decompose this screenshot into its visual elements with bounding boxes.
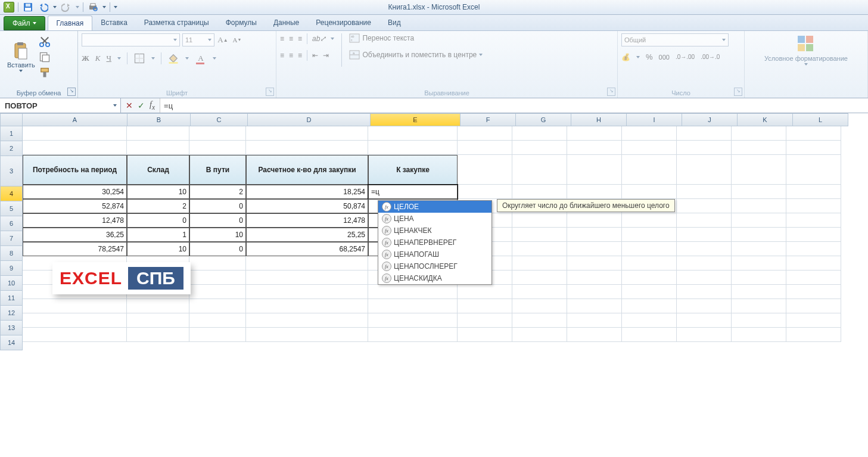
- table-header-3[interactable]: Расчетное к-во для закупки: [246, 155, 368, 185]
- cell-D13[interactable]: [246, 313, 368, 328]
- cell-I10[interactable]: [622, 271, 677, 285]
- redo-dropdown-icon[interactable]: [76, 6, 79, 8]
- align-middle-icon[interactable]: ≡: [289, 35, 293, 43]
- table-cell-r8-c1[interactable]: 10: [127, 242, 189, 256]
- autocomplete-item-0[interactable]: fxЦЕЛОЕ: [378, 201, 491, 213]
- copy-button[interactable]: [39, 51, 51, 63]
- cell-E13[interactable]: [368, 313, 458, 328]
- cell-L14[interactable]: [786, 328, 841, 342]
- cell-A2[interactable]: [23, 141, 127, 155]
- align-center-icon[interactable]: ≡: [289, 51, 293, 60]
- cell-B2[interactable]: [127, 141, 189, 155]
- cell-K5[interactable]: [732, 199, 786, 213]
- cell-C2[interactable]: [189, 141, 246, 155]
- cell-J1[interactable]: [677, 126, 732, 141]
- ribbon-tab-1[interactable]: Вставка: [92, 15, 136, 30]
- cell-I11[interactable]: [622, 285, 677, 299]
- cell-L13[interactable]: [786, 313, 841, 328]
- cell-J11[interactable]: [677, 285, 732, 299]
- table-cell-r4-c1[interactable]: 10: [127, 185, 189, 199]
- print-dropdown-icon[interactable]: [102, 6, 106, 8]
- cell-L7[interactable]: [786, 228, 841, 242]
- font-dialog-launcher[interactable]: ↘: [266, 88, 274, 96]
- table-cell-r5-c0[interactable]: 52,874: [23, 199, 127, 213]
- cell-I9[interactable]: [622, 256, 677, 271]
- grow-font-button[interactable]: A▲: [217, 34, 229, 46]
- cell-B14[interactable]: [127, 328, 189, 342]
- orientation-button[interactable]: ab⤢: [312, 35, 326, 43]
- cell-A12[interactable]: [23, 299, 127, 313]
- cell-J2[interactable]: [677, 141, 732, 155]
- row-header-5[interactable]: 5: [0, 201, 23, 216]
- increase-decimal-button[interactable]: .0→.00: [676, 54, 695, 60]
- cancel-edit-button[interactable]: ✕: [126, 101, 133, 110]
- cell-H9[interactable]: [567, 256, 622, 271]
- table-cell-r7-c1[interactable]: 1: [127, 228, 189, 242]
- print-preview-button[interactable]: [87, 1, 99, 13]
- name-box-dropdown-icon[interactable]: [113, 104, 117, 107]
- cell-H11[interactable]: [567, 285, 622, 299]
- cell-H4[interactable]: [567, 185, 622, 199]
- col-header-D[interactable]: D: [248, 113, 371, 126]
- merge-center-button[interactable]: a Объединить и поместить в центре: [349, 50, 483, 60]
- borders-button[interactable]: [133, 52, 145, 64]
- cell-H6[interactable]: [567, 213, 622, 228]
- number-format-combo[interactable]: Общий: [621, 33, 729, 46]
- table-cell-r4-c2[interactable]: 2: [189, 185, 246, 199]
- table-header-4[interactable]: К закупке: [368, 155, 458, 185]
- cell-G13[interactable]: [512, 313, 567, 328]
- table-cell-r6-c1[interactable]: 0: [127, 213, 189, 228]
- percent-format-button[interactable]: %: [646, 52, 653, 61]
- cell-J12[interactable]: [677, 299, 732, 313]
- row-header-2[interactable]: 2: [0, 141, 23, 156]
- accounting-format-button[interactable]: 💰: [621, 53, 630, 61]
- col-header-E[interactable]: E: [371, 113, 461, 126]
- cell-C11[interactable]: [189, 285, 246, 299]
- table-header-2[interactable]: В пути: [189, 155, 246, 185]
- ribbon-tab-4[interactable]: Данные: [265, 15, 307, 30]
- col-header-G[interactable]: G: [516, 113, 571, 126]
- cell-I1[interactable]: [622, 126, 677, 141]
- cell-B12[interactable]: [127, 299, 189, 313]
- cell-E1[interactable]: [368, 126, 458, 141]
- row-header-11[interactable]: 11: [0, 291, 23, 306]
- cell-J9[interactable]: [677, 256, 732, 271]
- table-header-1[interactable]: Склад: [127, 155, 189, 185]
- name-box-input[interactable]: [4, 101, 113, 111]
- cell-L11[interactable]: [786, 285, 841, 299]
- cell-H3[interactable]: [567, 155, 622, 185]
- cell-I7[interactable]: [622, 228, 677, 242]
- row-header-9[interactable]: 9: [0, 261, 23, 276]
- cell-H8[interactable]: [567, 242, 622, 256]
- clipboard-dialog-launcher[interactable]: ↘: [67, 88, 76, 96]
- row-header-1[interactable]: 1: [0, 126, 23, 141]
- cell-A14[interactable]: [23, 328, 127, 342]
- save-button[interactable]: [22, 1, 34, 13]
- cell-L2[interactable]: [786, 141, 841, 155]
- decrease-indent-button[interactable]: ⇤: [312, 51, 318, 60]
- cell-J7[interactable]: [677, 228, 732, 242]
- ribbon-tab-2[interactable]: Разметка страницы: [136, 15, 217, 30]
- cell-I4[interactable]: [622, 185, 677, 199]
- cell-J5[interactable]: [677, 199, 732, 213]
- cell-E12[interactable]: [368, 299, 458, 313]
- borders-dropdown-icon[interactable]: [151, 57, 155, 60]
- redo-button[interactable]: [60, 1, 72, 13]
- col-header-B[interactable]: B: [127, 113, 191, 126]
- excel-icon[interactable]: [4, 2, 14, 13]
- font-color-button[interactable]: A: [195, 52, 207, 64]
- cell-K12[interactable]: [732, 299, 786, 313]
- cell-L8[interactable]: [786, 242, 841, 256]
- row-header-7[interactable]: 7: [0, 231, 23, 246]
- align-left-icon[interactable]: ≡: [280, 51, 284, 60]
- cell-G7[interactable]: [512, 228, 567, 242]
- table-cell-r4-c0[interactable]: 30,254: [23, 185, 127, 199]
- autocomplete-item-3[interactable]: fxЦЕНАПЕРВНЕРЕГ: [378, 237, 491, 248]
- table-cell-r6-c3[interactable]: 12,478: [246, 213, 368, 228]
- cell-E14[interactable]: [368, 328, 458, 342]
- fill-color-button[interactable]: [167, 52, 179, 64]
- bold-button[interactable]: Ж: [82, 54, 89, 63]
- cell-H10[interactable]: [567, 271, 622, 285]
- cell-G8[interactable]: [512, 242, 567, 256]
- cell-B13[interactable]: [127, 313, 189, 328]
